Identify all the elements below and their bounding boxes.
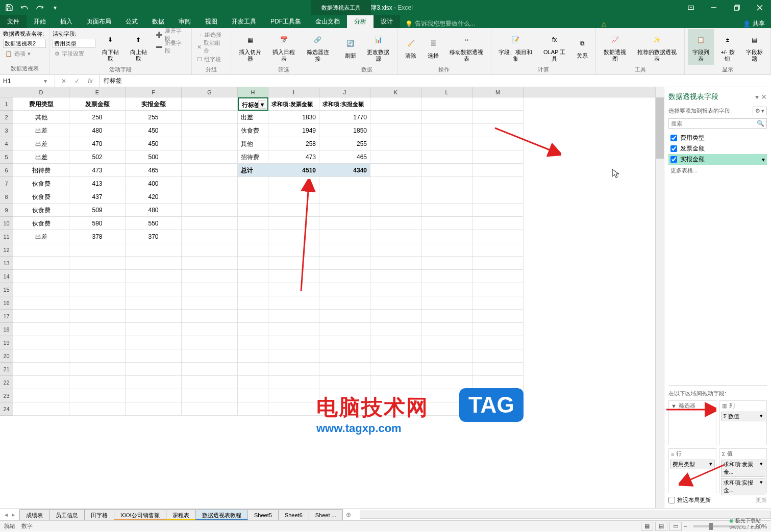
layout-field-tag[interactable]: 求和项:发票金...▾ [721, 460, 766, 477]
cell[interactable] [182, 270, 238, 283]
cell[interactable] [421, 363, 472, 376]
chevron-down-icon[interactable]: ▾ [762, 156, 765, 163]
cell[interactable] [126, 349, 182, 363]
filters-drop-area[interactable]: ▼筛选器 [668, 400, 716, 445]
cell[interactable] [421, 230, 472, 243]
cell[interactable] [421, 336, 472, 349]
cell[interactable] [13, 336, 69, 349]
cell[interactable] [472, 137, 524, 150]
cell[interactable] [69, 323, 126, 336]
cell[interactable] [182, 243, 238, 257]
tab-data[interactable]: 数据 [145, 15, 171, 28]
cell[interactable] [472, 190, 524, 204]
cell[interactable] [126, 257, 182, 270]
cell[interactable]: 1850 [319, 124, 370, 137]
cell[interactable] [238, 296, 268, 310]
cell[interactable] [268, 336, 319, 349]
maximize-icon[interactable] [725, 0, 748, 15]
close-pane-icon[interactable]: ▾ ✕ [755, 93, 767, 101]
row-header[interactable]: 18 [0, 323, 13, 336]
cell[interactable]: 4340 [319, 164, 370, 177]
insert-slicer-button[interactable]: ▦插入切片器 [234, 29, 266, 65]
cell[interactable]: 258 [268, 137, 319, 150]
cell[interactable]: 出差 [13, 137, 69, 150]
cell[interactable] [268, 243, 319, 257]
ungroup-button[interactable]: ✕ 取消组合 [195, 41, 228, 53]
cell[interactable]: 590 [69, 217, 126, 230]
drill-up-button[interactable]: ⬆向上钻取 [126, 29, 152, 65]
collapse-field-button[interactable]: ➖ 折叠字段 [154, 41, 188, 53]
cell[interactable] [126, 270, 182, 283]
sheet-tab[interactable]: 数据透视表教程 [195, 509, 248, 520]
sheet-tab[interactable]: XXX公司销售额 [114, 509, 166, 520]
cell[interactable] [182, 283, 238, 296]
cell[interactable] [472, 363, 524, 376]
field-checkbox[interactable] [670, 145, 677, 152]
cell[interactable] [69, 389, 126, 402]
row-header[interactable]: 13 [0, 257, 13, 270]
cell[interactable]: 总计 [238, 164, 268, 177]
cell[interactable] [421, 243, 472, 257]
row-header[interactable]: 9 [0, 204, 13, 217]
cell[interactable] [126, 323, 182, 336]
columns-drop-area[interactable]: ▥列 Σ 数值▾ [719, 400, 767, 445]
field-list-item[interactable]: 发票金额 [668, 143, 767, 154]
field-list-button[interactable]: 📋字段列表 [688, 29, 714, 65]
cell[interactable] [238, 270, 268, 283]
filter-dropdown-icon[interactable]: ▾ [258, 100, 266, 109]
cell[interactable] [370, 137, 421, 150]
layout-field-tag[interactable]: 求和项:实报金...▾ [721, 478, 766, 495]
cell[interactable] [268, 376, 319, 389]
cell[interactable]: 509 [69, 204, 126, 217]
cell[interactable] [370, 204, 421, 217]
cell[interactable]: 465 [126, 164, 182, 177]
warning-icon[interactable]: ⚠ [601, 21, 607, 28]
cell[interactable] [370, 97, 421, 111]
move-pt-button[interactable]: ↔移动数据透视表 [445, 29, 488, 65]
cell[interactable]: 470 [69, 137, 126, 150]
cell[interactable] [238, 323, 268, 336]
cell[interactable] [238, 204, 268, 217]
page-layout-icon[interactable]: ▤ [655, 522, 667, 531]
cell[interactable] [472, 323, 524, 336]
cell[interactable] [319, 310, 370, 323]
cell[interactable] [472, 177, 524, 190]
cell[interactable] [370, 323, 421, 336]
cell[interactable] [182, 97, 238, 111]
cell[interactable] [182, 177, 238, 190]
row-header[interactable]: 21 [0, 363, 13, 376]
row-header[interactable]: 24 [0, 402, 13, 416]
cell[interactable] [69, 270, 126, 283]
cell[interactable] [370, 243, 421, 257]
vertical-scrollbar[interactable] [655, 87, 664, 508]
share-button[interactable]: 👤 共享 [737, 19, 771, 28]
cell[interactable] [182, 230, 238, 243]
cell[interactable]: 招待费 [13, 164, 69, 177]
cell[interactable] [370, 336, 421, 349]
cell[interactable] [370, 230, 421, 243]
cell[interactable] [421, 190, 472, 204]
row-header[interactable]: 8 [0, 190, 13, 204]
cell[interactable] [182, 336, 238, 349]
rows-drop-area[interactable]: ≡行 费用类型▾ [668, 448, 716, 493]
tab-pdf[interactable]: PDF工具集 [263, 15, 308, 28]
cell[interactable] [182, 402, 238, 416]
column-header[interactable]: H [238, 87, 268, 97]
cell[interactable]: 求和项:发票金额 [268, 97, 319, 111]
cell[interactable]: 1770 [319, 111, 370, 124]
zoom-out-icon[interactable]: − [684, 523, 687, 529]
sheet-tab[interactable]: 成绩表 [19, 509, 49, 520]
pt-name-input[interactable] [3, 39, 46, 48]
cell[interactable] [472, 336, 524, 349]
cell[interactable] [370, 150, 421, 164]
cell[interactable] [126, 389, 182, 402]
cell[interactable] [472, 124, 524, 137]
cell[interactable] [13, 376, 69, 389]
cell[interactable] [319, 257, 370, 270]
row-header[interactable]: 3 [0, 124, 13, 137]
cell[interactable] [13, 389, 69, 402]
cell[interactable] [268, 204, 319, 217]
name-box[interactable]: ▾ [0, 75, 55, 87]
values-drop-area[interactable]: Σ值 求和项:发票金...▾求和项:实报金...▾ [719, 448, 767, 493]
cell[interactable] [13, 257, 69, 270]
